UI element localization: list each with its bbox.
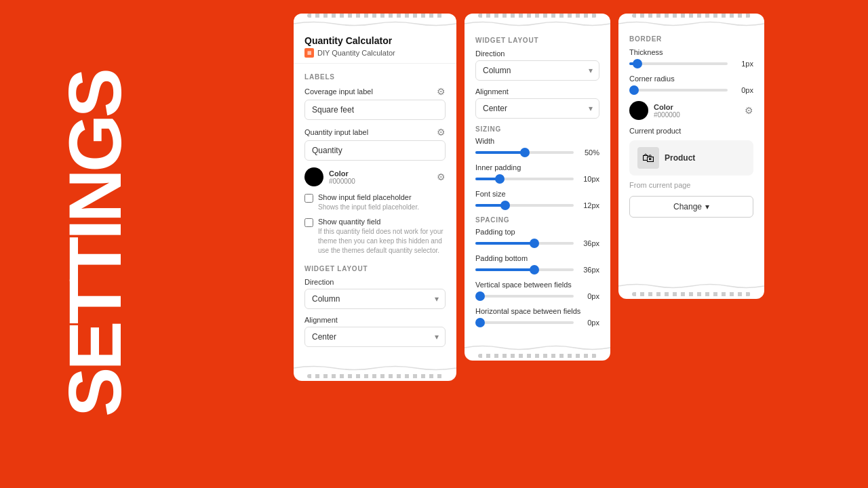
width-slider-fill	[475, 151, 525, 154]
show-quantity-row: Show quantity field If this quantity fie…	[304, 218, 446, 256]
font-size-slider-row: Font size 12px	[475, 190, 599, 209]
widget-layout-section-2: WIDGET LAYOUT	[475, 37, 599, 44]
show-quantity-checkbox[interactable]	[304, 218, 313, 227]
panel-quantity-calculator: Quantity Calculator ▦ DIY Quantity Calcu…	[294, 14, 456, 381]
alignment-label-1: Alignment	[304, 316, 338, 324]
direction-label-1: Direction	[304, 278, 334, 286]
panel-subtitle: ▦ DIY Quantity Calculator	[304, 48, 446, 58]
padding-top-value: 36px	[579, 239, 599, 247]
thickness-value: 1px	[733, 60, 753, 68]
color-stack-icon[interactable]: ⚙	[437, 171, 446, 182]
vertical-space-slider-row: Vertical space between fields 0px	[475, 281, 599, 300]
inner-padding-slider-track[interactable]	[475, 178, 574, 180]
width-slider-track[interactable]	[475, 151, 574, 154]
alignment-select-wrap-2: Center Left Right	[475, 98, 599, 119]
horizontal-space-slider-thumb[interactable]	[475, 318, 485, 327]
direction-label-2: Direction	[475, 49, 505, 58]
color-swatch[interactable]	[304, 167, 323, 186]
padding-bottom-slider-thumb[interactable]	[530, 265, 539, 274]
change-button-label: Change	[673, 202, 702, 211]
panel-title: Quantity Calculator	[304, 35, 446, 46]
show-quantity-label: Show quantity field	[318, 218, 446, 226]
font-size-value: 12px	[579, 201, 599, 209]
show-placeholder-label: Show input field placeholder	[318, 193, 419, 201]
color-label: Color	[329, 169, 355, 178]
inner-padding-value: 10px	[579, 175, 599, 183]
show-placeholder-checkbox[interactable]	[304, 194, 313, 203]
show-placeholder-desc: Shows the input field placeholder.	[318, 203, 419, 212]
coverage-input[interactable]	[304, 100, 446, 120]
padding-top-slider-track[interactable]	[475, 242, 574, 245]
width-label: Width	[475, 137, 599, 145]
padding-top-slider-thumb[interactable]	[530, 239, 539, 248]
settings-title: SETTINGS	[58, 71, 132, 417]
coverage-stack-icon[interactable]: ⚙	[437, 86, 446, 97]
horizontal-space-value: 0px	[579, 319, 599, 327]
direction-select-1[interactable]: Column Row	[304, 289, 446, 309]
corner-radius-slider-thumb[interactable]	[629, 85, 639, 95]
padding-top-label: Padding top	[475, 228, 599, 236]
direction-select-wrap-2: Column Row	[475, 60, 599, 81]
width-slider-thumb[interactable]	[520, 148, 530, 157]
change-dropdown-icon: ▾	[705, 202, 709, 211]
direction-select-2[interactable]: Column Row	[475, 60, 599, 81]
corner-radius-slider-track[interactable]	[629, 89, 728, 92]
quantity-input[interactable]	[304, 140, 446, 161]
panel3-inner: BORDER Thickness 1px Corner radius	[618, 35, 764, 228]
border-color-stack-icon[interactable]: ⚙	[745, 105, 753, 116]
color-hex: #000000	[329, 178, 355, 185]
vertical-space-slider-track[interactable]	[475, 295, 574, 298]
width-value: 50%	[579, 148, 599, 157]
left-sidebar: SETTINGS	[0, 0, 190, 488]
panel-border: BORDER Thickness 1px Corner radius	[618, 14, 764, 299]
horizontal-space-slider-track[interactable]	[475, 321, 574, 324]
direction-field-row-1: Direction Column Row	[304, 278, 446, 309]
font-size-slider-track[interactable]	[475, 204, 574, 207]
font-size-slider-thumb[interactable]	[500, 201, 510, 210]
thickness-label: Thickness	[629, 48, 753, 56]
thickness-slider-thumb[interactable]	[633, 59, 642, 68]
vertical-space-slider-thumb[interactable]	[475, 291, 485, 301]
spacing-section: SPACING	[475, 216, 599, 224]
horizontal-space-label: Horizontal space between fields	[475, 307, 599, 315]
alignment-select-2[interactable]: Center Left Right	[475, 98, 599, 119]
product-name: Product	[665, 153, 695, 163]
border-color-row: Color #000000 ⚙	[629, 101, 753, 120]
panel-layout-sizing: WIDGET LAYOUT Direction Column Row Align…	[465, 14, 610, 361]
alignment-label-2: Alignment	[475, 87, 509, 96]
widget-layout-section-1: WIDGET LAYOUT	[304, 265, 446, 272]
alignment-select-wrap-1: Center Left Right	[304, 327, 446, 347]
padding-bottom-value: 36px	[579, 266, 599, 274]
thickness-slider-track[interactable]	[629, 62, 728, 65]
font-size-label: Font size	[475, 190, 599, 198]
alignment-select-1[interactable]: Center Left Right	[304, 327, 446, 347]
direction-select-wrap-1: Column Row	[304, 289, 446, 309]
padding-bottom-slider-fill	[475, 268, 534, 271]
color-swatch-wrap: Color #000000	[304, 167, 355, 186]
padding-top-slider-row: Padding top 36px	[475, 228, 599, 247]
corner-radius-value: 0px	[733, 86, 753, 94]
padding-top-slider-fill	[475, 242, 534, 245]
labels-section: LABELS	[304, 73, 446, 81]
change-button[interactable]: Change ▾	[629, 196, 753, 218]
corner-radius-label: Corner radius	[629, 75, 753, 83]
padding-bottom-slider-track[interactable]	[475, 268, 574, 271]
border-color-label: Color	[654, 103, 680, 111]
padding-bottom-label: Padding bottom	[475, 254, 599, 262]
quantity-field-row: Quantity input label ⚙	[304, 127, 446, 161]
border-color-swatch[interactable]	[629, 101, 648, 120]
panel2-inner: WIDGET LAYOUT Direction Column Row Align…	[465, 37, 610, 344]
inner-padding-slider-thumb[interactable]	[495, 174, 505, 184]
show-placeholder-row: Show input field placeholder Shows the i…	[304, 193, 446, 212]
main-content: Quantity Calculator ▦ DIY Quantity Calcu…	[190, 0, 868, 488]
coverage-label: Coverage input label	[304, 87, 373, 96]
thickness-slider-row: Thickness 1px	[629, 48, 753, 68]
border-section: BORDER	[629, 35, 753, 43]
quantity-stack-icon[interactable]: ⚙	[437, 127, 446, 138]
from-current-label: From current page	[629, 181, 753, 189]
product-box: 🛍 Product	[629, 140, 753, 176]
coverage-field-row: Coverage input label ⚙	[304, 86, 446, 120]
horizontal-space-slider-row: Horizontal space between fields 0px	[475, 307, 599, 327]
quantity-label: Quantity input label	[304, 128, 368, 136]
width-slider-row: Width 50%	[475, 137, 599, 157]
